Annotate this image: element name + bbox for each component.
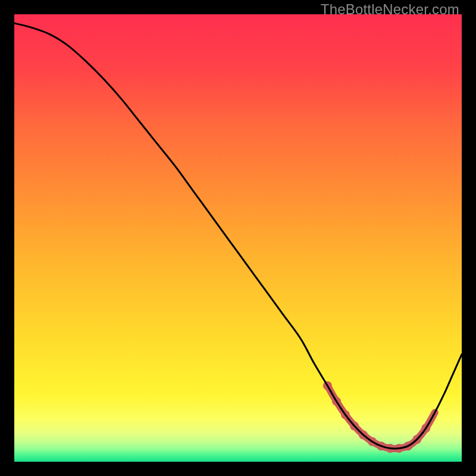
plot-svg	[14, 14, 462, 462]
watermark-text: TheBottleNecker.com	[321, 1, 459, 18]
gradient-background	[14, 14, 462, 462]
plot-area	[14, 14, 462, 462]
chart-frame: TheBottleNecker.com	[0, 0, 476, 476]
